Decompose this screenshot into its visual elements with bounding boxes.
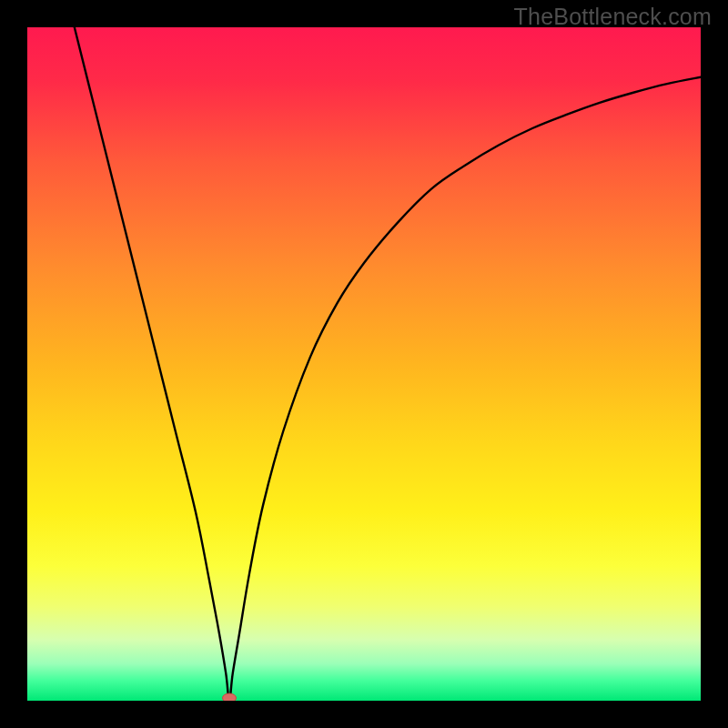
watermark-text: TheBottleneck.com bbox=[514, 4, 712, 30]
gradient-background bbox=[27, 27, 701, 701]
bottleneck-chart bbox=[27, 27, 701, 701]
chart-frame: TheBottleneck.com bbox=[0, 0, 728, 728]
optimal-point-marker bbox=[223, 693, 237, 701]
